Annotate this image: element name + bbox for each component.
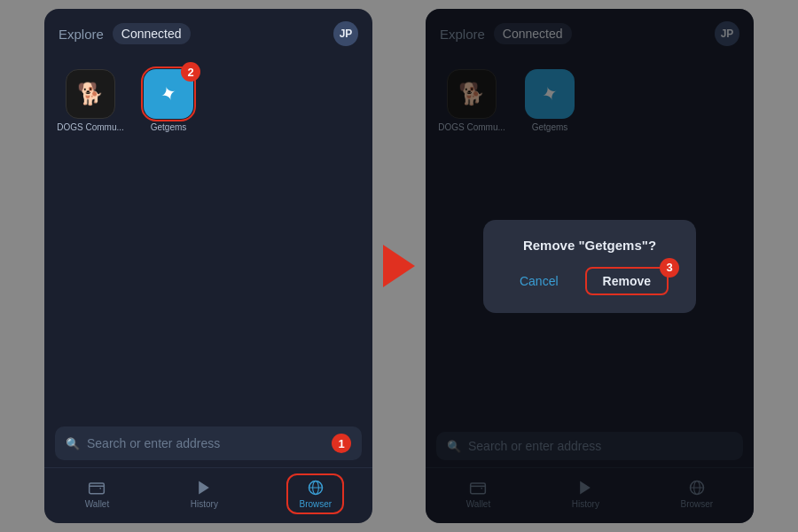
left-search-bar[interactable]: 🔍 Search or enter address 1 xyxy=(55,426,362,460)
left-bottom-nav: Wallet History Browser xyxy=(44,467,372,523)
dogs-emoji: 🐕 xyxy=(77,82,104,106)
svg-rect-0 xyxy=(90,483,105,494)
left-app-grid: 🐕 DOGS Commu... ✦ 2 Getgems xyxy=(44,55,372,419)
left-nav-browser[interactable]: Browser xyxy=(288,475,342,512)
left-nav-browser-label: Browser xyxy=(299,499,332,509)
history-icon xyxy=(195,479,213,497)
browser-icon xyxy=(307,479,325,497)
step-badge-2: 2 xyxy=(181,62,200,82)
left-getgems-icon: ✦ 2 xyxy=(144,69,193,119)
left-nav-history-label: History xyxy=(191,499,218,509)
step-badge-3: 3 xyxy=(660,258,679,278)
next-arrow-icon xyxy=(383,245,415,287)
left-connected-tab[interactable]: Connected xyxy=(113,23,191,44)
left-dogs-icon: 🐕 xyxy=(66,69,115,119)
right-phone-panel: Explore Connected JP 🐕 DOGS Commu... ✦ G… xyxy=(426,9,754,523)
left-dogs-app-item[interactable]: 🐕 DOGS Commu... xyxy=(59,69,122,132)
left-header-nav: Explore Connected xyxy=(59,23,191,44)
left-explore-tab[interactable]: Explore xyxy=(59,27,104,42)
left-nav-history[interactable]: History xyxy=(180,475,229,512)
dialog-buttons: Cancel Remove 3 xyxy=(511,267,669,295)
svg-marker-1 xyxy=(200,481,210,495)
dialog-title: Remove "Getgems"? xyxy=(523,238,656,253)
left-header: Explore Connected JP xyxy=(44,9,372,55)
remove-button[interactable]: Remove 3 xyxy=(585,267,669,295)
left-getgems-app-item[interactable]: ✦ 2 Getgems xyxy=(137,69,200,132)
left-avatar[interactable]: JP xyxy=(333,21,358,46)
left-search-placeholder: Search or enter address xyxy=(87,436,220,450)
left-phone-panel: Explore Connected JP 🐕 DOGS Commu... ✦ 2… xyxy=(44,9,372,523)
wallet-icon xyxy=(88,479,106,497)
getgems-leaf-icon: ✦ xyxy=(157,81,180,108)
remove-dialog: Remove "Getgems"? Cancel Remove 3 xyxy=(483,220,696,313)
left-nav-wallet[interactable]: Wallet xyxy=(74,475,120,512)
dialog-overlay: Remove "Getgems"? Cancel Remove 3 xyxy=(426,9,754,523)
left-getgems-label: Getgems xyxy=(151,122,187,132)
arrow-divider xyxy=(372,9,426,523)
step-badge-1: 1 xyxy=(332,434,351,453)
left-dogs-label: DOGS Commu... xyxy=(57,122,124,132)
cancel-button[interactable]: Cancel xyxy=(511,269,567,293)
left-search-icon: 🔍 xyxy=(66,437,80,450)
left-nav-wallet-label: Wallet xyxy=(85,499,109,509)
